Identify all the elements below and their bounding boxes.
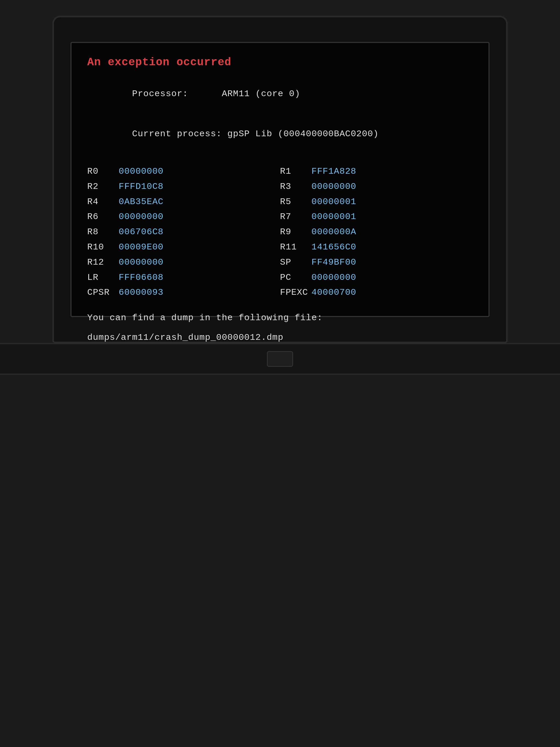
reg-value: FFFD10C8 — [119, 179, 182, 195]
reg-name: FPEXC — [280, 285, 312, 300]
reg-name: PC — [280, 270, 312, 285]
reg-value: FFF06608 — [119, 270, 182, 285]
process-label: Current process: — [132, 129, 221, 139]
reg-name: R8 — [87, 225, 119, 240]
reg-value: 00000001 — [312, 209, 374, 225]
processor-line: Processor: ARM11 (core 0) — [87, 74, 473, 114]
register-row-left: R40AB35EAC — [87, 195, 280, 210]
reg-name: CPSR — [87, 285, 119, 300]
reg-value: 00000000 — [119, 164, 182, 179]
register-row-right: R11141656C0 — [280, 240, 473, 255]
register-row-right: PC00000000 — [280, 270, 473, 285]
reg-name: R7 — [280, 209, 312, 225]
register-row-left: R8006706C8 — [87, 225, 280, 240]
register-row-left: R1000009E00 — [87, 240, 280, 255]
processor-value: ARM11 (core 0) — [222, 89, 300, 99]
reg-value: 141656C0 — [312, 240, 374, 255]
register-row-right: R700000001 — [280, 209, 473, 225]
processor-spacer — [188, 89, 221, 99]
dump-line2: dumps/arm11/crash_dump_00000012.dmp — [87, 330, 473, 344]
bottom-half: Stack dump: FF49BF00:D4 17 96 01 80 50 4… — [0, 375, 560, 747]
reg-value: 60000093 — [119, 285, 182, 300]
reg-value: 00000001 — [312, 195, 374, 210]
reg-value: FF49BF00 — [312, 255, 374, 270]
reg-value: 00000000 — [312, 179, 374, 195]
hinge — [0, 343, 560, 375]
reg-value: FFF1A828 — [312, 164, 374, 179]
register-row-left: CPSR60000093 — [87, 285, 280, 300]
reg-name: R4 — [87, 195, 119, 210]
reg-name: R2 — [87, 179, 119, 195]
reg-value: 00009E00 — [119, 240, 182, 255]
dump-line1: You can find a dump in the following fil… — [87, 311, 473, 325]
reg-name: R6 — [87, 209, 119, 225]
hinge-center — [267, 351, 293, 367]
reg-name: R1 — [280, 164, 312, 179]
register-row-right: R300000000 — [280, 179, 473, 195]
process-line: Current process: gpSP Lib (000400000BAC0… — [87, 114, 473, 154]
reg-name: R9 — [280, 225, 312, 240]
reg-name: R10 — [87, 240, 119, 255]
register-row-left: R000000000 — [87, 164, 280, 179]
device: An exception occurred Processor: ARM11 (… — [0, 0, 560, 747]
top-screen: An exception occurred Processor: ARM11 (… — [71, 42, 489, 317]
reg-name: LR — [87, 270, 119, 285]
top-screen-assembly: An exception occurred Processor: ARM11 (… — [52, 16, 508, 343]
process-value: gpSP Lib (000400000BAC0200) — [228, 129, 379, 139]
reg-name: R5 — [280, 195, 312, 210]
reg-value: 00000000 — [119, 209, 182, 225]
register-row-left: R2FFFD10C8 — [87, 179, 280, 195]
reg-name: R11 — [280, 240, 312, 255]
reg-name: R0 — [87, 164, 119, 179]
reg-value: 006706C8 — [119, 225, 182, 240]
register-row-left: LRFFF06608 — [87, 270, 280, 285]
register-row-right: SPFF49BF00 — [280, 255, 473, 270]
reg-value: 40000700 — [312, 285, 374, 300]
register-row-right: R500000001 — [280, 195, 473, 210]
reg-name: R3 — [280, 179, 312, 195]
reg-value: 00000000 — [312, 270, 374, 285]
register-row-left: R600000000 — [87, 209, 280, 225]
reg-value: 00000000 — [119, 255, 182, 270]
reg-name: R12 — [87, 255, 119, 270]
register-row-right: FPEXC40000700 — [280, 285, 473, 300]
register-grid: R000000000R1FFF1A828R2FFFD10C8R300000000… — [87, 164, 473, 300]
register-row-left: R1200000000 — [87, 255, 280, 270]
register-row-right: R1FFF1A828 — [280, 164, 473, 179]
process-spacer — [222, 129, 228, 139]
error-title: An exception occurred — [87, 56, 473, 69]
reg-value: 0000000A — [312, 225, 374, 240]
reg-value: 0AB35EAC — [119, 195, 182, 210]
processor-label: Processor: — [132, 89, 188, 99]
reg-name: SP — [280, 255, 312, 270]
register-row-right: R90000000A — [280, 225, 473, 240]
